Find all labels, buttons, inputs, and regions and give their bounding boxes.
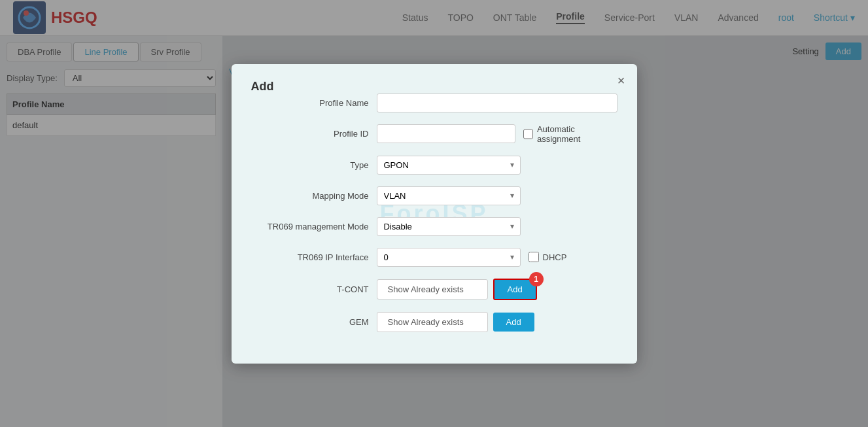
add-modal: ForoISP Add × Profile Name Profile ID Au…	[232, 64, 637, 364]
tr069-ip-select-wrapper: 0	[377, 248, 521, 267]
profile-id-input[interactable]	[377, 124, 515, 143]
tcont-label: T-CONT	[251, 284, 369, 294]
tr069-mode-select[interactable]: Disable	[377, 217, 521, 236]
profile-name-row: Profile Name	[251, 94, 617, 112]
tcont-add-wrapper: Add 1	[493, 279, 537, 300]
tcont-row: T-CONT Show Already exists Add 1	[251, 279, 617, 300]
automatic-assignment-label: Automatic assignment	[537, 124, 617, 144]
dhcp-checkbox[interactable]	[529, 252, 539, 262]
gem-label: GEM	[251, 317, 369, 327]
dhcp-group: DHCP	[529, 252, 567, 262]
mapping-mode-select-wrapper: VLAN	[377, 186, 521, 205]
type-label: Type	[251, 160, 369, 170]
modal-close-button[interactable]: ×	[617, 73, 625, 88]
modal-title: Add	[251, 80, 274, 93]
profile-id-label: Profile ID	[251, 129, 369, 139]
dhcp-label: DHCP	[543, 252, 567, 262]
automatic-assignment-group: Automatic assignment	[523, 124, 617, 144]
mapping-mode-select[interactable]: VLAN	[377, 186, 521, 205]
profile-id-row: Profile ID Automatic assignment	[251, 124, 617, 144]
mapping-mode-label: Mapping Mode	[251, 191, 369, 201]
tcont-controls: Show Already exists Add 1	[377, 279, 537, 300]
profile-name-label: Profile Name	[251, 98, 369, 108]
modal-overlay: ForoISP Add × Profile Name Profile ID Au…	[0, 0, 868, 427]
profile-name-input[interactable]	[377, 94, 617, 112]
automatic-assignment-checkbox[interactable]	[523, 129, 533, 139]
type-row: Type GPON	[251, 156, 617, 175]
tcont-badge: 1	[529, 272, 544, 286]
tr069-mode-select-wrapper: Disable	[377, 217, 521, 236]
tr069-ip-select[interactable]: 0	[377, 248, 521, 267]
tcont-show-button[interactable]: Show Already exists	[377, 279, 488, 299]
gem-row: GEM Show Already exists Add	[251, 312, 617, 332]
gem-show-button[interactable]: Show Already exists	[377, 312, 488, 332]
mapping-mode-row: Mapping Mode VLAN	[251, 186, 617, 205]
type-select-wrapper: GPON	[377, 156, 521, 175]
tr069-mode-row: TR069 management Mode Disable	[251, 217, 617, 236]
type-select[interactable]: GPON	[377, 156, 521, 175]
tr069-ip-row: TR069 IP Interface 0 DHCP	[251, 248, 617, 267]
gem-controls: Show Already exists Add	[377, 312, 534, 332]
tr069-mode-label: TR069 management Mode	[251, 222, 369, 231]
gem-add-button[interactable]: Add	[493, 313, 534, 332]
tr069-ip-label: TR069 IP Interface	[251, 252, 369, 262]
